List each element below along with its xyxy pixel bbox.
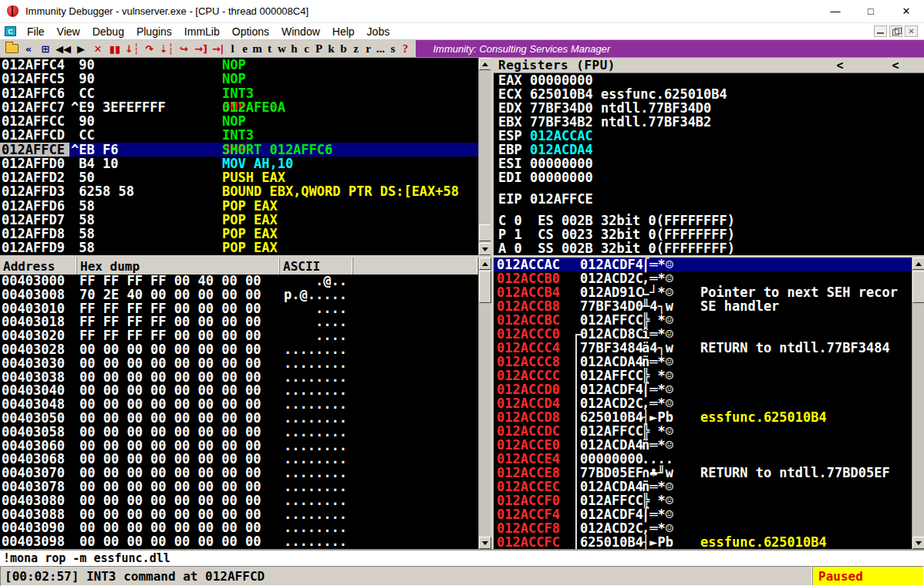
until-return-icon[interactable]: →] (192, 41, 209, 56)
step-over-icon[interactable]: ↷ (141, 41, 158, 56)
toolbar-letter-m[interactable]: m (251, 41, 263, 56)
disasm-row[interactable]: 012AFFC4 90NOP (0, 58, 478, 72)
minimize-button[interactable]: — (818, 0, 853, 22)
register-line[interactable]: C 0 ES 002B 32bit 0(FFFFFFFF) (494, 214, 924, 227)
maximize-button[interactable]: □ (853, 0, 889, 22)
stack-row[interactable]: 012ACCF0012AFFCC╠ *☺ (494, 493, 912, 507)
stack-row[interactable]: 012ACCD8625010B4┤►Pbessfunc.625010B4 (494, 410, 912, 424)
disasm-row[interactable]: 012AFFCD CCINT3 (0, 128, 478, 142)
register-line[interactable]: ESP 012ACCAC (494, 129, 924, 143)
scroll-thumb[interactable] (912, 271, 924, 303)
dump-scrollbar[interactable] (478, 258, 491, 549)
mdi-restore-icon[interactable] (889, 25, 902, 37)
disassembly-scrollbar[interactable] (478, 58, 491, 255)
toolbar-letter-dotdotdot[interactable]: ... (374, 41, 386, 56)
dump-row[interactable]: 0040308000 00 00 00 00 00 00 00........ (0, 494, 478, 508)
windows-list-icon[interactable]: ⊞ (37, 41, 54, 56)
disasm-row[interactable]: 012AFFD7 58POP EAX (0, 213, 478, 227)
scroll-down-icon[interactable] (912, 537, 924, 549)
close-program-icon[interactable]: ✕ (89, 41, 106, 56)
toolbar-letter-k[interactable]: k (325, 41, 337, 56)
dump-row[interactable]: 0040303000 00 00 00 00 00 00 00........ (0, 357, 478, 371)
stack-row[interactable]: 012ACCB4012AD91C∟┘*☺Pointer to next SEH … (494, 285, 912, 299)
stack-row[interactable]: 012ACCF4012ACDF4⌠═*☺ (494, 507, 912, 521)
stack-row[interactable]: 012ACCDC012AFFCC╠ *☺ (494, 424, 912, 438)
scroll-down-icon[interactable] (479, 537, 491, 549)
stack-row[interactable]: 012ACCEC012ACDA4ñ═*☺ (494, 480, 912, 493)
stack-scrollbar[interactable] (912, 258, 924, 549)
disasm-row[interactable]: 012AFFCE^EB F6JMP SHORT 012AFFC6 (0, 143, 478, 157)
register-line[interactable]: EAX 00000000 (494, 73, 924, 87)
toolbar-letter-help[interactable]: ? (399, 41, 411, 56)
disassembly-pane[interactable]: 012AFFC4 90NOP012AFFC5 90NOP012AFFC6 CCI… (0, 58, 478, 255)
scroll-up-icon[interactable] (912, 258, 924, 270)
run-icon[interactable]: ▶ (73, 41, 89, 56)
menu-file[interactable]: File (21, 25, 51, 38)
register-line[interactable]: EIP 012AFFCE (494, 192, 924, 206)
stack-row[interactable]: 012ACCB0012ACD2C,═*☺ (494, 271, 912, 285)
disasm-row[interactable]: 012AFFD3 6258 58BOUND EBX,QWORD PTR DS:[… (0, 184, 478, 198)
menu-jobs[interactable]: Jobs (361, 25, 396, 38)
register-line[interactable]: EBX 77BF34B2 ntdll.77BF34B2 (494, 115, 924, 129)
stack-row[interactable]: 012ACCE0012ACDA4ñ═*☺ (494, 438, 912, 452)
menu-view[interactable]: View (51, 25, 86, 38)
menu-options[interactable]: Options (226, 25, 275, 38)
register-line[interactable]: P 1 CS 0023 32bit 0(FFFFFFFF) (494, 227, 924, 241)
dump-header-spare[interactable] (353, 258, 478, 274)
registers-pane[interactable]: Registers (FPU) << EAX 00000000ECX 62501… (494, 58, 924, 255)
restart-icon[interactable]: « (20, 41, 37, 56)
rewind-icon[interactable]: ◀◀ (54, 41, 73, 56)
disasm-row[interactable]: 012AFFD8 58POP EAX (0, 227, 478, 241)
menu-immlib[interactable]: ImmLib (178, 25, 226, 38)
toolbar-letter-w[interactable]: w (275, 41, 288, 56)
stack-row[interactable]: 012ACCAC012ACDF4⌠═*☺ (494, 258, 912, 271)
toolbar-letter-c[interactable]: c (300, 41, 312, 56)
stack-row[interactable]: 012ACCD4012ACD2C,═*☺ (494, 396, 912, 410)
open-file-icon[interactable] (3, 41, 20, 56)
disasm-row[interactable]: 012AFFC7^E9 3EFEFFFFJMP 012AFE0A (0, 100, 478, 114)
step-into-icon[interactable]: ↓┆ (123, 41, 141, 56)
command-input[interactable] (0, 549, 924, 566)
scroll-down-icon[interactable] (479, 243, 491, 255)
dump-row[interactable]: 0040305800 00 00 00 00 00 00 00........ (0, 426, 478, 440)
dump-header-hex-dump[interactable]: Hex dump (77, 258, 280, 274)
toolbar-letter-l[interactable]: l (226, 41, 238, 56)
register-line[interactable]: ESI 00000000 (494, 157, 924, 170)
scroll-thumb[interactable] (479, 271, 491, 303)
animate-over-icon[interactable]: ↪ (175, 41, 192, 56)
disasm-row[interactable]: 012AFFD9 58POP EAX (0, 241, 478, 254)
disasm-row[interactable]: 012AFFC6 CCINT3 (0, 86, 478, 100)
disasm-row[interactable]: 012AFFC5 90NOP (0, 72, 478, 86)
stack-row[interactable]: 012ACCC0012ACD8Cî═*☺ (494, 327, 912, 341)
menu-window[interactable]: Window (275, 25, 326, 38)
stack-row[interactable]: 012ACCE877BD05EF∩♣╜wRETURN to ntdll.77BD… (494, 466, 912, 480)
toolbar-letter-b[interactable]: b (337, 41, 349, 56)
stack-row[interactable]: 012ACCE400000000.... (494, 452, 912, 466)
register-line[interactable]: A 0 SS 002B 32bit 0(FFFFFFFF) (494, 241, 924, 255)
disasm-row[interactable]: 012AFFD6 58POP EAX (0, 199, 478, 213)
goto-icon[interactable]: →| (209, 41, 226, 56)
close-button[interactable]: ✕ (889, 0, 924, 22)
stack-row[interactable]: 012ACCC8012ACDA4ñ═*☺ (494, 355, 912, 369)
register-line[interactable]: EBP 012ACDA4 (494, 143, 924, 157)
disasm-row[interactable]: 012AFFD2 50PUSH EAX (0, 170, 478, 184)
pause-icon[interactable]: ▮▮ (106, 41, 123, 56)
disasm-row[interactable]: 012AFFD0 B4 10MOV AH,10 (0, 157, 478, 170)
scroll-thumb[interactable] (479, 224, 491, 241)
stack-row[interactable]: 012ACCCC012AFFCC╠ *☺ (494, 369, 912, 382)
disasm-row[interactable]: 012AFFCC 90NOP (0, 114, 478, 128)
menu-plugins[interactable]: Plugins (130, 25, 178, 38)
stack-pane[interactable]: 012ACCAC012ACDF4⌠═*☺012ACCB0012ACD2C,═*☺… (494, 258, 912, 549)
toolbar-letter-e[interactable]: e (238, 41, 251, 56)
toolbar-letter-t[interactable]: t (263, 41, 275, 56)
memory-dump-pane[interactable]: AddressHex dumpASCII 00403000FF FF FF FF… (0, 258, 478, 549)
stack-row[interactable]: 012ACCFC625010B4┤►Pbessfunc.625010B4 (494, 535, 912, 549)
toolbar-letter-z[interactable]: z (349, 41, 362, 56)
registers-nav-button-2[interactable]: < (878, 59, 913, 72)
toolbar-letter-s[interactable]: s (386, 41, 399, 56)
toolbar-letter-P[interactable]: P (312, 41, 325, 56)
animate-into-icon[interactable]: ⇣┆ (158, 41, 176, 56)
stack-row[interactable]: 012ACCB877BF34D0╨4┐wSE handler (494, 299, 912, 313)
register-line[interactable]: EDI 00000000 (494, 170, 924, 184)
mdi-minimize-icon[interactable] (874, 25, 887, 37)
